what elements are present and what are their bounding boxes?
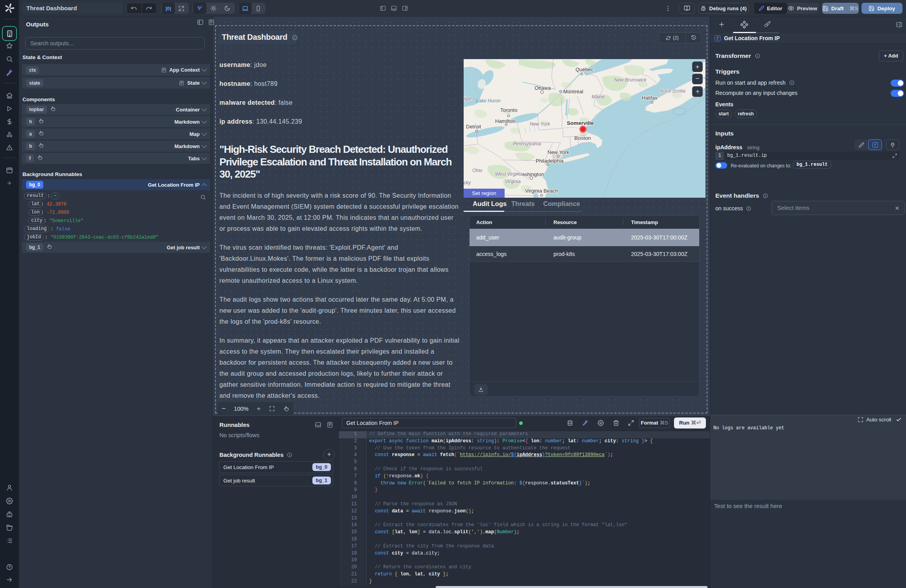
svg-text:Hamilton: Hamilton <box>495 118 515 124</box>
svg-text:Somerville: Somerville <box>567 120 594 126</box>
svg-text:Lake Huron: Lake Huron <box>476 98 501 104</box>
svg-text:Virginia Beach: Virginia Beach <box>525 188 558 194</box>
svg-text:igan: igan <box>464 96 473 101</box>
svg-text:New York: New York <box>530 121 550 127</box>
svg-text:Ottawa: Ottawa <box>535 85 551 91</box>
svg-text:Halifax: Halifax <box>642 95 657 101</box>
svg-text:Detroit: Detroit <box>466 124 481 130</box>
svg-text:Montréal: Montréal <box>563 89 583 95</box>
svg-text:Toronto: Toronto <box>500 107 517 113</box>
svg-text:Maine: Maine <box>592 94 605 100</box>
svg-text:Boston: Boston <box>574 135 591 141</box>
svg-text:West Virginia: West Virginia <box>495 171 523 177</box>
svg-text:Pennsylvania: Pennsylvania <box>513 141 541 147</box>
svg-text:cky: cky <box>464 180 471 185</box>
svg-text:Virginia: Virginia <box>505 179 521 184</box>
svg-text:Ohio: Ohio <box>472 168 483 173</box>
svg-text:New York: New York <box>548 149 569 155</box>
svg-text:Québec: Québec <box>576 67 594 72</box>
svg-text:New Brunswick: New Brunswick <box>614 77 647 83</box>
svg-text:Philadelphia: Philadelphia <box>536 158 564 164</box>
svg-text:Nova Scotia: Nova Scotia <box>660 88 685 94</box>
